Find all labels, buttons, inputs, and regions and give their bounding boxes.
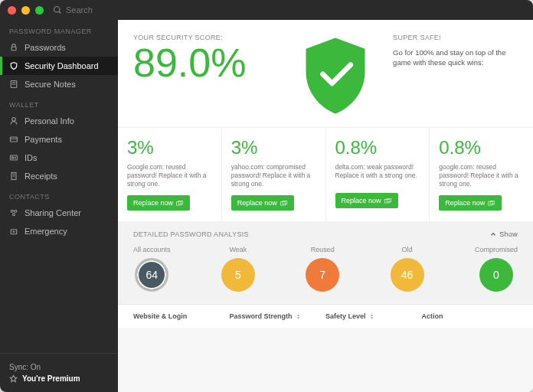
minimize-window-button[interactable] bbox=[21, 6, 30, 15]
sidebar-item-label: Passwords bbox=[25, 43, 66, 52]
external-icon bbox=[280, 200, 288, 207]
quick-win-text: Google.com: reused password! Replace it … bbox=[127, 163, 212, 188]
sidebar-item-receipts[interactable]: Receipts bbox=[0, 167, 118, 185]
sidebar-group-title: CONTACTS bbox=[0, 185, 118, 204]
sidebar-item-label: IDs bbox=[25, 153, 38, 162]
replace-now-button[interactable]: Replace now bbox=[231, 195, 294, 211]
quick-win-percent: 3% bbox=[127, 137, 212, 158]
sidebar-item-emergency[interactable]: Emergency bbox=[0, 222, 118, 240]
table-column-header[interactable]: Website & Login bbox=[133, 312, 230, 320]
external-icon bbox=[176, 200, 184, 207]
metric-circle: 0 bbox=[479, 258, 513, 292]
sidebar-group-title: WALLET bbox=[0, 93, 118, 112]
svg-rect-2 bbox=[11, 47, 16, 51]
svg-point-0 bbox=[54, 7, 60, 13]
premium-status: You're Premium bbox=[9, 373, 109, 384]
sidebar-item-label: Receipts bbox=[25, 172, 57, 181]
id-icon bbox=[9, 153, 18, 162]
shield-icon bbox=[9, 61, 18, 70]
traffic-lights bbox=[8, 6, 44, 15]
sidebar-item-secure-notes[interactable]: Secure Notes bbox=[0, 75, 118, 93]
close-window-button[interactable] bbox=[8, 6, 16, 15]
table-column-header[interactable]: Safety Level bbox=[325, 312, 422, 320]
table-column-header[interactable]: Password Strength bbox=[230, 312, 326, 320]
sidebar-item-label: Sharing Center bbox=[25, 208, 81, 217]
analysis-panel: DETAILED PASSWORD ANALYSIS Show All acco… bbox=[118, 221, 533, 304]
sort-icon bbox=[295, 313, 302, 320]
replace-now-button[interactable]: Replace now bbox=[439, 195, 502, 211]
metric-circle: 7 bbox=[306, 258, 339, 292]
shield-badge bbox=[286, 34, 385, 118]
search-icon bbox=[53, 5, 62, 15]
analysis-title: DETAILED PASSWORD ANALYSIS bbox=[133, 230, 249, 238]
quick-win-percent: 0.8% bbox=[335, 137, 420, 158]
quick-win-percent: 3% bbox=[231, 137, 316, 158]
sidebar-item-label: Emergency bbox=[25, 227, 67, 236]
quick-wins-row: 3% Google.com: reused password! Replace … bbox=[118, 127, 533, 221]
quick-win-text: google.com: reused password! Replace it … bbox=[439, 163, 524, 188]
sidebar-item-label: Payments bbox=[25, 135, 62, 144]
svg-point-10 bbox=[11, 157, 13, 158]
svg-point-18 bbox=[13, 214, 15, 216]
analysis-circles: All accounts 64 Weak 5 Reused 7 Old 46 C… bbox=[133, 246, 518, 292]
metric-label: Weak bbox=[229, 246, 247, 253]
sidebar-item-security-dashboard[interactable]: Security Dashboard bbox=[0, 57, 118, 75]
metric-circle: 46 bbox=[391, 258, 424, 292]
sort-icon bbox=[368, 313, 375, 320]
emergency-icon bbox=[9, 227, 18, 236]
show-toggle[interactable]: Show bbox=[489, 230, 518, 238]
app-window: PASSWORD MANAGER Passwords Security Dash… bbox=[0, 0, 533, 392]
analysis-metric[interactable]: Weak 5 bbox=[221, 246, 255, 292]
metric-label: All accounts bbox=[133, 246, 171, 253]
sidebar-item-payments[interactable]: Payments bbox=[0, 130, 118, 149]
sidebar-item-personal-info[interactable]: Personal Info bbox=[0, 112, 118, 130]
main-content: YOUR SECURITY SCORE: 89.0% SUPER SAFE! G… bbox=[118, 20, 533, 392]
sidebar-item-passwords[interactable]: Passwords bbox=[0, 38, 118, 57]
svg-rect-7 bbox=[11, 137, 18, 142]
sidebar-item-label: Security Dashboard bbox=[25, 61, 99, 70]
share-icon bbox=[9, 208, 18, 217]
svg-point-6 bbox=[12, 118, 16, 122]
metric-circle: 64 bbox=[135, 258, 168, 292]
analysis-metric[interactable]: All accounts 64 bbox=[133, 246, 171, 292]
person-icon bbox=[9, 116, 18, 126]
sync-status: Sync: On bbox=[9, 361, 109, 373]
external-icon bbox=[384, 198, 392, 204]
analysis-metric[interactable]: Compromised 0 bbox=[475, 246, 518, 292]
quick-win-card: 3% yahoo.com: compromised password! Repl… bbox=[222, 128, 326, 221]
sidebar-item-label: Personal Info bbox=[25, 116, 74, 126]
shield-check-icon bbox=[293, 34, 378, 118]
titlebar bbox=[0, 0, 533, 20]
note-icon bbox=[9, 80, 18, 89]
sidebar-group-title: PASSWORD MANAGER bbox=[0, 20, 118, 38]
sidebar-item-sharing-center[interactable]: Sharing Center bbox=[0, 204, 118, 222]
metric-label: Compromised bbox=[475, 246, 518, 253]
security-score: 89.0% bbox=[133, 43, 286, 83]
quick-win-card: 3% Google.com: reused password! Replace … bbox=[118, 128, 222, 221]
sidebar-footer: Sync: On You're Premium bbox=[0, 353, 118, 392]
receipt-icon bbox=[9, 172, 18, 181]
zoom-window-button[interactable] bbox=[35, 6, 44, 15]
external-icon bbox=[488, 200, 495, 207]
sidebar-item-label: Secure Notes bbox=[25, 80, 76, 89]
sidebar-item-ids[interactable]: IDs bbox=[0, 149, 118, 167]
svg-point-17 bbox=[15, 210, 17, 212]
safe-message: Go for 100% and stay on top of the game … bbox=[393, 47, 518, 68]
chevron-up-icon bbox=[489, 230, 497, 238]
svg-line-1 bbox=[59, 11, 60, 13]
replace-now-button[interactable]: Replace now bbox=[335, 193, 398, 208]
analysis-metric[interactable]: Reused 7 bbox=[306, 246, 339, 292]
quick-win-card: 0.8% google.com: reused password! Replac… bbox=[430, 128, 533, 221]
search-input[interactable] bbox=[66, 5, 127, 15]
metric-circle: 5 bbox=[221, 258, 255, 292]
svg-point-16 bbox=[11, 210, 13, 212]
quick-win-card: 0.8% delta.com: weak password! Replace i… bbox=[326, 128, 430, 221]
replace-now-button[interactable]: Replace now bbox=[127, 195, 190, 211]
quick-win-percent: 0.8% bbox=[439, 137, 524, 158]
analysis-metric[interactable]: Old 46 bbox=[391, 246, 424, 292]
metric-label: Old bbox=[402, 246, 413, 253]
table-column-header[interactable]: Action bbox=[422, 312, 518, 320]
quick-win-text: delta.com: weak password! Replace it wit… bbox=[335, 163, 420, 186]
search-field[interactable] bbox=[53, 5, 127, 15]
table-header: Website & LoginPassword StrengthSafety L… bbox=[118, 304, 533, 328]
